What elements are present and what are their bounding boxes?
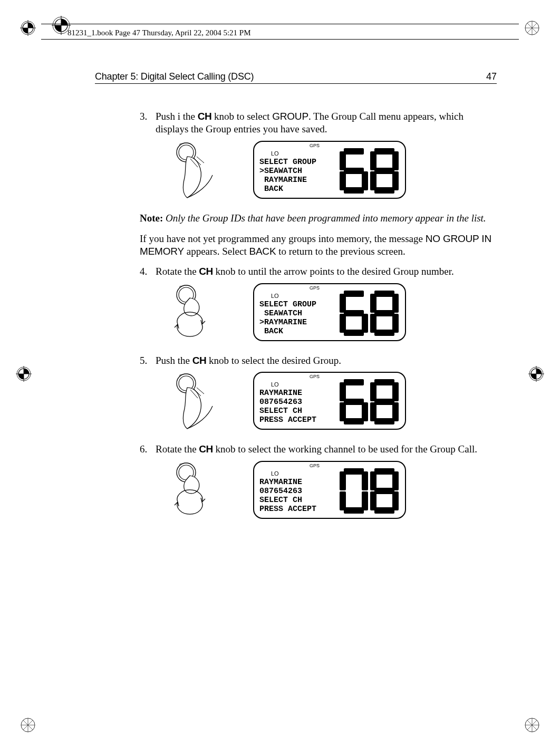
menu-label: GROUP — [272, 111, 308, 122]
digit-8-icon — [370, 468, 399, 514]
lcd-lines: RAYMARINE 087654263 SELECT CH PRESS ACCE… — [259, 389, 316, 424]
note-block: Note: Only the Group IDs that have been … — [140, 212, 497, 225]
lcd-screen-1: GPS LO SELECT GROUP >SEAWATCH RAYMARINE … — [253, 141, 406, 199]
gps-indicator: GPS — [310, 285, 320, 291]
chapter-label: Chapter 5: Digital Select Calling (DSC) — [95, 71, 254, 82]
knob-rotate-icon: CH — [171, 283, 229, 344]
step-4: 4. Rotate the CH knob to until the arrow… — [140, 265, 497, 344]
step-6: 6. Rotate the CH knob to select the work… — [140, 443, 497, 522]
step-number: 5. — [140, 354, 147, 367]
knob-label: CH — [199, 443, 213, 455]
step-number: 3. — [140, 110, 147, 123]
crop-mark-icon — [20, 20, 36, 36]
digit-6-icon — [340, 148, 368, 194]
lo-indicator: LO — [271, 293, 279, 300]
gps-indicator: GPS — [310, 463, 320, 469]
step-text: Push the CH knob to select the desired G… — [156, 355, 341, 366]
knob-push-icon: CH — [171, 141, 229, 201]
digit-0-icon — [340, 468, 368, 514]
header-rule — [41, 39, 519, 40]
gps-indicator: GPS — [310, 143, 320, 149]
note-text: Only the Group IDs that have been progra… — [166, 213, 486, 224]
channel-display — [337, 379, 401, 424]
step-3: 3. Push i the CH knob to select GROUP. T… — [140, 110, 497, 201]
gps-indicator: GPS — [310, 374, 320, 380]
paragraph-no-group: If you have not yet programmed any group… — [140, 233, 497, 258]
step-text: Rotate the CH knob to select the working… — [156, 443, 477, 455]
digit-8-icon — [370, 148, 399, 194]
digit-8-icon — [370, 379, 399, 424]
crop-mark-icon — [524, 20, 540, 36]
step-text: Push i the CH knob to select GROUP. The … — [156, 111, 464, 134]
crop-mark-icon — [524, 717, 540, 733]
channel-display — [337, 148, 401, 194]
lcd-lines: RAYMARINE 087654263 SELECT CH PRESS ACCE… — [259, 478, 316, 514]
channel-display — [337, 468, 401, 514]
header-rule — [41, 24, 519, 24]
back-label: BACK — [249, 246, 276, 257]
knob-push-icon: CH — [171, 372, 229, 432]
running-head: Chapter 5: Digital Select Calling (DSC) … — [95, 71, 497, 84]
knob-label: CH — [199, 266, 213, 277]
step-5: 5. Push the CH knob to select the desire… — [140, 354, 497, 433]
step-number: 6. — [140, 443, 147, 456]
channel-display — [337, 291, 401, 336]
knob-label: CH — [198, 111, 211, 122]
digit-6-icon — [340, 379, 368, 424]
lo-indicator: LO — [271, 381, 279, 389]
lo-indicator: LO — [271, 470, 279, 478]
lcd-screen-3: GPS LO RAYMARINE 087654263 SELECT CH PRE… — [253, 372, 406, 430]
step-text: Rotate the CH knob to until the arrow po… — [156, 266, 454, 277]
crop-mark-icon — [20, 717, 36, 733]
digit-8-icon — [370, 291, 399, 336]
lcd-lines: SELECT GROUP SEAWATCH >RAYMARINE BACK — [259, 300, 316, 336]
knob-rotate-icon: CH — [171, 461, 229, 522]
note-label: Note: — [140, 213, 163, 224]
digit-6-icon — [340, 291, 368, 336]
step-number: 4. — [140, 265, 147, 278]
print-header-note: 81231_1.book Page 47 Thursday, April 22,… — [67, 28, 251, 37]
crop-mark-icon — [16, 366, 32, 382]
lcd-lines: SELECT GROUP >SEAWATCH RAYMARINE BACK — [259, 158, 316, 194]
lo-indicator: LO — [271, 150, 279, 158]
knob-label: CH — [192, 355, 206, 366]
crop-mark-icon — [528, 366, 544, 382]
lcd-screen-2: GPS LO SELECT GROUP SEAWATCH >RAYMARINE … — [253, 283, 406, 341]
lcd-screen-4: GPS LO RAYMARINE 087654263 SELECT CH PRE… — [253, 461, 406, 519]
page-number: 47 — [486, 71, 497, 82]
